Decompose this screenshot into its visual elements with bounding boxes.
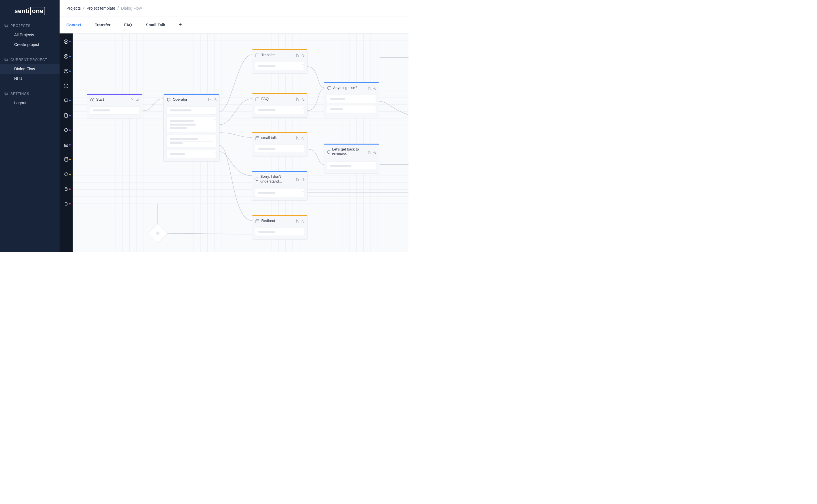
nav-group-title: SETTINGS xyxy=(0,90,60,98)
play-circle-icon[interactable] xyxy=(63,39,69,44)
gear-icon[interactable] xyxy=(301,97,304,101)
window-icon xyxy=(255,53,259,57)
message-bubble-icon xyxy=(327,150,330,154)
message-bubble-icon xyxy=(166,98,170,101)
help-circle-icon[interactable] xyxy=(63,69,69,74)
play-icon xyxy=(90,98,94,101)
gear-icon[interactable] xyxy=(213,98,217,101)
plug-bottom-icon[interactable] xyxy=(63,201,69,206)
tab-faq[interactable]: FAQ xyxy=(124,23,132,27)
node-title: Redirect xyxy=(261,219,275,223)
node-small-talk[interactable]: small talk xyxy=(252,132,308,156)
gear-icon[interactable] xyxy=(301,53,304,57)
connector-layer xyxy=(73,33,408,252)
node-title: Transfer xyxy=(261,53,275,57)
breadcrumb-2: Dialog Flow xyxy=(121,6,142,10)
node-title: small talk xyxy=(261,135,277,140)
node-title: Let's get back to business xyxy=(332,147,365,157)
tab-small-talk[interactable]: Small Talk xyxy=(146,23,165,27)
add-tab-button[interactable]: + xyxy=(179,22,182,28)
node-transfer[interactable]: Transfer xyxy=(252,49,308,74)
gear-icon[interactable] xyxy=(135,98,139,101)
node-sorry[interactable]: Sorry, I don't understand... xyxy=(252,171,308,201)
nav-item-all-projects[interactable]: All Projects xyxy=(0,30,60,40)
gear-icon[interactable] xyxy=(373,86,376,90)
diamond-condition-icon[interactable] xyxy=(63,128,69,133)
node-anything-else[interactable]: Anything else? xyxy=(324,82,379,117)
tool-rail xyxy=(60,33,73,252)
tab-context[interactable]: Context xyxy=(66,23,81,27)
document-icon[interactable] xyxy=(63,113,69,118)
breadcrumb-bar: Projects/Project template/Dialog Flow xyxy=(60,0,408,16)
message-bubble-icon xyxy=(255,177,258,181)
node-title: Sorry, I don't understand... xyxy=(261,174,293,184)
node-title: FAQ xyxy=(261,97,269,101)
nav-item-logout[interactable]: Logout xyxy=(0,98,60,108)
node-faq[interactable]: FAQ xyxy=(252,93,308,118)
node-start[interactable]: Start xyxy=(87,94,142,118)
run-node-icon[interactable] xyxy=(295,136,299,139)
breadcrumb-1[interactable]: Project template xyxy=(86,6,115,10)
message-bubble-icon[interactable] xyxy=(63,98,69,103)
message-bubble-icon xyxy=(327,86,331,90)
run-node-icon[interactable] xyxy=(208,98,211,101)
diamond-output-icon[interactable] xyxy=(63,172,69,177)
windows-stack-icon[interactable] xyxy=(63,157,69,162)
run-node-icon[interactable] xyxy=(295,177,299,181)
run-node-icon[interactable] xyxy=(295,53,299,57)
brand-prefix: senti xyxy=(14,7,30,14)
nav-groups: PROJECTSAll ProjectsCreate projectCURREN… xyxy=(0,22,60,108)
run-node-icon[interactable] xyxy=(295,97,299,101)
node-title: Operator xyxy=(173,97,187,101)
window-icon xyxy=(255,219,259,223)
gateway-node[interactable] xyxy=(148,223,168,243)
breadcrumb-separator: / xyxy=(83,6,84,11)
main-sidebar: sentione PROJECTSAll ProjectsCreate proj… xyxy=(0,0,60,252)
run-node-icon[interactable] xyxy=(130,98,133,101)
node-back-to-business[interactable]: Let's get back to business xyxy=(324,143,379,173)
run-node-icon[interactable] xyxy=(367,86,371,90)
gear-icon[interactable] xyxy=(301,219,304,223)
gear-icon[interactable] xyxy=(373,150,376,154)
window-icon xyxy=(255,97,259,101)
node-title: Anything else? xyxy=(333,86,357,90)
breadcrumb-separator: / xyxy=(117,6,118,11)
plug-top-icon[interactable] xyxy=(63,187,69,192)
flow-tabs: ContextTransferFAQSmall Talk+ xyxy=(60,16,408,33)
nav-item-nlu[interactable]: NLU xyxy=(0,74,60,83)
gear-icon[interactable] xyxy=(301,177,304,181)
flow-canvas[interactable]: Start Operator Transfer xyxy=(73,33,408,252)
nav-item-create-project[interactable]: Create project xyxy=(0,40,60,49)
node-redirect[interactable]: Redirect xyxy=(252,215,308,240)
run-node-icon[interactable] xyxy=(295,219,299,223)
nav-item-dialog-flow[interactable]: Dialog Flow xyxy=(0,64,60,74)
alert-octagon-icon[interactable] xyxy=(63,83,69,88)
window-icon xyxy=(255,136,259,140)
gear-icon[interactable] xyxy=(301,136,304,139)
nav-group-title: PROJECTS xyxy=(0,22,60,30)
brand-logo: sentione xyxy=(0,0,60,22)
run-node-icon[interactable] xyxy=(367,150,371,154)
nav-group-title: CURRENT PROJECT xyxy=(0,56,60,64)
tab-transfer[interactable]: Transfer xyxy=(95,23,110,27)
robot-icon[interactable] xyxy=(63,142,69,147)
stop-circle-icon[interactable] xyxy=(63,54,69,59)
breadcrumb-0[interactable]: Projects xyxy=(66,6,81,10)
node-operator[interactable]: Operator xyxy=(163,94,220,162)
brand-boxed: one xyxy=(30,7,45,15)
node-title: Start xyxy=(96,97,104,101)
